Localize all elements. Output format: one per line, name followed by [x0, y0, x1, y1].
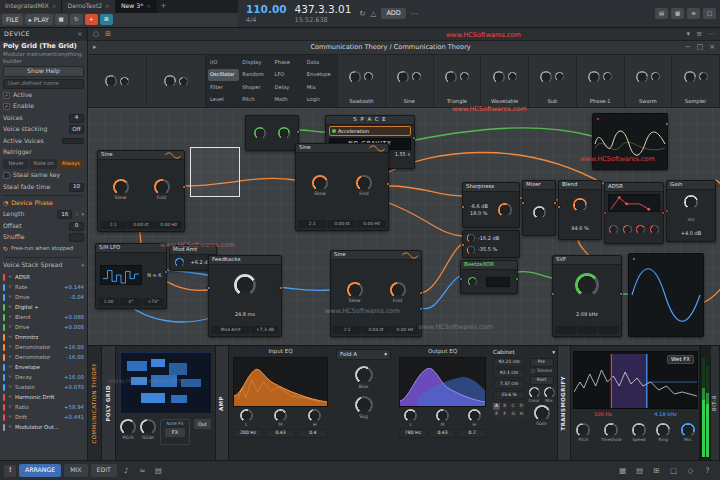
cabinet-letter-g[interactable]: G: [510, 411, 517, 418]
category-shaper[interactable]: Shaper: [240, 82, 271, 93]
edit-view-button[interactable]: EDIT: [91, 464, 117, 477]
low-freq-value[interactable]: 100 Hz: [594, 412, 612, 417]
port-dot[interactable]: [461, 205, 465, 209]
modulator-row[interactable]: ≈Harmonic Drift: [3, 393, 84, 403]
pitch-knob[interactable]: [120, 419, 136, 435]
length-value[interactable]: 16: [57, 210, 72, 219]
module-header[interactable]: Sine: [331, 251, 421, 260]
fold-knob[interactable]: [154, 179, 170, 195]
module-header[interactable]: S P A C E: [326, 116, 414, 125]
retrigger-always-button[interactable]: Always: [58, 159, 84, 169]
palette-tile-sine[interactable]: Sine: [386, 55, 434, 107]
minimize-icon[interactable]: −: [685, 44, 691, 51]
stop-button[interactable]: ■: [55, 14, 68, 25]
palette-tile-sampler[interactable]: Sampler: [672, 55, 720, 107]
level-knob[interactable]: [467, 246, 475, 254]
wetfx-spectrum-display[interactable]: Wet FX: [573, 351, 698, 409]
grid-mini-preview[interactable]: [120, 352, 212, 414]
selected-empty-cell[interactable]: [190, 147, 240, 197]
low-knob[interactable]: [404, 409, 417, 422]
palette-tile-triangle[interactable]: Triangle: [434, 55, 482, 107]
palette-tile-phase-1[interactable]: Phase-1: [577, 55, 625, 107]
mixer-levels-module[interactable]: -16.2 dB -35.5 %: [462, 230, 520, 258]
low-knob[interactable]: [240, 409, 253, 422]
pitch-value[interactable]: 0.00 st: [328, 220, 357, 228]
cabinet-letter-a[interactable]: A: [493, 403, 500, 410]
mix-knob[interactable]: [681, 423, 695, 437]
category-envelope[interactable]: Envelope: [305, 69, 336, 80]
high-freq-value[interactable]: 4.18 kHz: [654, 412, 677, 417]
modulator-row[interactable]: ≈Modulator Out...: [3, 423, 84, 433]
back-icon[interactable]: ▸: [93, 44, 97, 51]
amount-value[interactable]: 18.0 %: [470, 211, 488, 216]
port-dot[interactable]: [419, 291, 423, 295]
chevron-down-icon[interactable]: ▾: [687, 31, 691, 38]
shuffle-value[interactable]: [69, 233, 84, 242]
fold-mode-dropdown[interactable]: Fold A ▾: [336, 349, 391, 360]
device-name-input[interactable]: User defined name: [3, 79, 84, 89]
port-dot[interactable]: [632, 257, 636, 261]
cabinet-size-value[interactable]: 92.21 cm: [493, 358, 525, 367]
cabinet-letter-f[interactable]: F: [501, 411, 508, 418]
voice-stacking-value[interactable]: Off: [69, 125, 84, 134]
category-level[interactable]: Level: [208, 94, 239, 105]
loop-toggle-button[interactable]: ↻: [70, 14, 83, 25]
cabinet-letter-c[interactable]: C: [510, 403, 517, 410]
skew-knob[interactable]: [312, 175, 328, 191]
port-dot[interactable]: [207, 286, 211, 290]
shift-value[interactable]: +73°: [143, 298, 164, 306]
chevron-down-icon[interactable]: ▾: [81, 263, 84, 268]
project-tab[interactable]: New 3*×: [116, 0, 157, 13]
tempo-display[interactable]: 110.00: [246, 4, 287, 15]
port-dot[interactable]: [665, 122, 669, 126]
float-window-icon[interactable]: □: [697, 44, 704, 51]
port-dot[interactable]: [665, 209, 669, 213]
sustain-knob[interactable]: [636, 225, 645, 234]
cabinet-letter-b[interactable]: B: [501, 403, 508, 410]
automation-icon[interactable]: ≈: [136, 464, 149, 477]
decay-knob[interactable]: [623, 225, 632, 234]
category-delay[interactable]: Delay: [273, 82, 304, 93]
filter-mode-button[interactable]: [577, 326, 598, 334]
module-header[interactable]: Mod Amt: [170, 246, 216, 255]
oscilloscope-module[interactable]: [628, 253, 704, 337]
level-value[interactable]: -35.5 %: [478, 247, 497, 252]
overflow-dots-icon[interactable]: ⋯: [411, 10, 419, 18]
show-help-button[interactable]: Show Help: [3, 66, 84, 77]
blend-value[interactable]: 94.6 %: [571, 226, 588, 231]
mod-amt-knob[interactable]: [175, 258, 184, 267]
port-dot[interactable]: [515, 277, 519, 281]
grid-snap-icon[interactable]: ⊞: [105, 31, 111, 38]
cabinet-speaker-value[interactable]: 7.37 cm: [493, 380, 525, 389]
sharpness-knob[interactable]: [498, 203, 512, 217]
filter-mode-button[interactable]: [598, 326, 619, 334]
output-q-value[interactable]: 0.43: [429, 429, 457, 438]
fx-button[interactable]: FX: [165, 428, 185, 437]
mixer-knob[interactable]: [533, 206, 546, 219]
new-tab-button[interactable]: +: [157, 0, 170, 13]
category-logic[interactable]: Logic: [305, 94, 336, 105]
glide-knob[interactable]: [140, 419, 156, 435]
level-value[interactable]: -16.2 dB: [478, 236, 499, 241]
category-display[interactable]: Display: [240, 57, 271, 68]
chevron-down-icon[interactable]: ▾: [552, 350, 555, 356]
cabinet-letter-d[interactable]: D: [518, 403, 525, 410]
modulator-row[interactable]: ×Drive+0.008: [3, 323, 84, 333]
modulator-row[interactable]: ≈Dnmntrz: [3, 333, 84, 343]
fold-knob[interactable]: [390, 282, 406, 298]
adsr-module[interactable]: ADSR: [604, 182, 664, 244]
output-gain-value[interactable]: 0.7: [458, 429, 486, 438]
module-header[interactable]: BeetzeXOR: [461, 261, 517, 270]
high-knob[interactable]: [308, 409, 321, 422]
sh-lfo-module[interactable]: S/H LFO N = 6 1.00 0° +73°: [95, 243, 167, 309]
steal-same-key-checkbox[interactable]: [3, 172, 10, 179]
category-data[interactable]: Data: [305, 57, 336, 68]
pitch-value[interactable]: 0.00 st: [128, 221, 155, 229]
dual-display-icon[interactable]: □: [667, 464, 680, 477]
module-header[interactable]: Mixer: [523, 181, 555, 190]
space-time-value[interactable]: 1.55 s: [395, 152, 410, 157]
note-icon[interactable]: ♪: [75, 212, 78, 217]
freq-value[interactable]: 0.00 Hz: [155, 221, 182, 229]
chevron-down-icon[interactable]: ▾: [81, 212, 84, 217]
mixer-module[interactable]: Mixer: [522, 180, 556, 236]
